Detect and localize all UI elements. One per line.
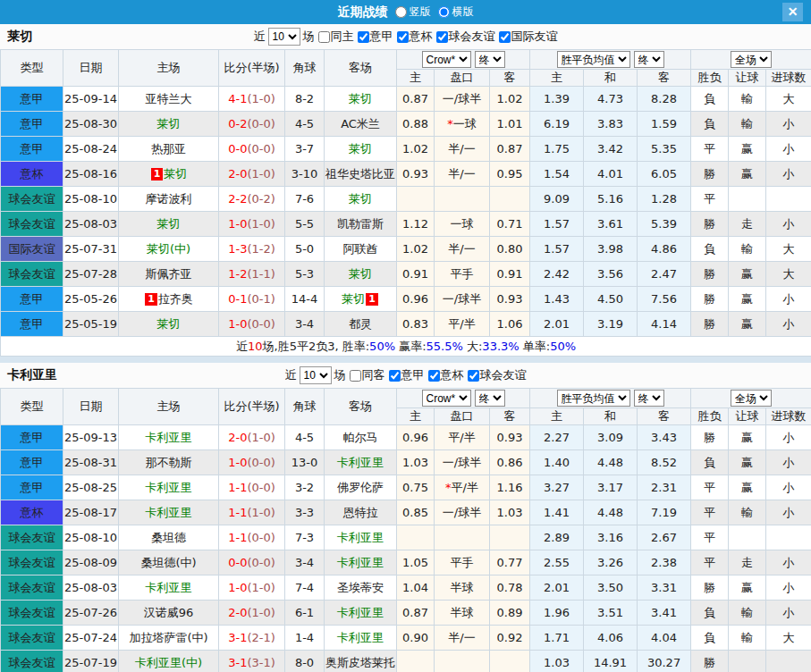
handicap-cell: 平/半 xyxy=(435,312,490,337)
handicap-result-cell: 輸 xyxy=(729,626,766,651)
wl-result-cell: 負 xyxy=(691,112,729,137)
corner-cell: 5-3 xyxy=(285,262,325,287)
scope-select[interactable]: 全场 xyxy=(731,390,772,407)
odds-time-select[interactable]: 终 xyxy=(475,51,505,68)
avg-draw-cell: 3.17 xyxy=(584,475,638,500)
sub-column-header: 胜负 xyxy=(691,408,729,425)
league-filter-checkbox[interactable] xyxy=(428,370,440,382)
vertical-layout-radio[interactable] xyxy=(395,6,407,18)
league-filter[interactable]: 球会友谊 xyxy=(436,29,495,45)
match-type-cell: 意甲 xyxy=(1,450,63,475)
date-cell: 25-07-31 xyxy=(63,237,119,262)
layout-option-vertical[interactable]: 竖版 xyxy=(395,4,431,20)
wl-result-cell: 負 xyxy=(691,87,729,112)
wl-result-cell: 勝 xyxy=(691,212,729,237)
avg-home-cell: 1.71 xyxy=(530,626,584,651)
corner-cell: 4-5 xyxy=(285,425,325,450)
avg-home-cell: 1.75 xyxy=(530,137,584,162)
sub-column-header: 客 xyxy=(638,70,691,87)
handicap-result-cell: 赢 xyxy=(729,312,766,337)
league-filter-label: 球会友谊 xyxy=(449,29,495,45)
handicap-cell xyxy=(435,525,490,550)
league-filter-checkbox[interactable] xyxy=(468,370,479,382)
horizontal-layout-radio[interactable] xyxy=(438,6,450,18)
odds-away-cell xyxy=(490,525,530,550)
league-filter[interactable]: 球会友谊 xyxy=(468,367,527,383)
away-team: 卡利亚里 xyxy=(337,631,384,644)
home-team: 热那亚 xyxy=(151,142,186,155)
same-venue-filter-checkbox[interactable] xyxy=(318,31,330,43)
away-team: 奥斯皮塔莱托 xyxy=(325,656,395,669)
wl-result-cell: 勝 xyxy=(691,287,729,312)
corner-cell: 3-2 xyxy=(285,475,325,500)
handicap-result-cell: 輸 xyxy=(729,237,766,262)
handicap-cell: 平手 xyxy=(435,550,490,575)
layout-option-horizontal[interactable]: 横版 xyxy=(438,4,474,20)
avg-draw-cell: 3.42 xyxy=(584,137,638,162)
handicap-cell: 半/一 xyxy=(435,137,490,162)
league-filter-label: 球会友谊 xyxy=(480,367,527,383)
league-filter-checkbox[interactable] xyxy=(389,370,401,382)
league-filter[interactable]: 意甲 xyxy=(358,29,393,45)
odds-time-select[interactable]: 终 xyxy=(475,390,505,407)
odds-away-cell: 0.77 xyxy=(490,550,530,575)
away-team: 卡利亚里 xyxy=(337,556,384,569)
score-cell: 2-0(1-0) xyxy=(219,162,285,187)
away-team: 卡利亚里 xyxy=(337,606,384,619)
home-team-cell: 桑坦德 xyxy=(119,525,219,550)
match-type-cell: 意甲 xyxy=(1,312,63,337)
score-cell: 1-0(1-0) xyxy=(219,212,285,237)
summary-row: 近10场,胜5平2负3, 胜率:50% 赢率:55.5% 大:33.3% 单率:… xyxy=(1,337,811,357)
league-filter-checkbox[interactable] xyxy=(358,31,369,43)
away-team: 莱切 xyxy=(349,142,372,155)
league-filter[interactable]: 意杯 xyxy=(397,29,433,45)
avg-header-group: 胜平负均值终 xyxy=(530,389,691,408)
avg-time-select[interactable]: 终 xyxy=(634,51,664,68)
avg-away-cell: 2.31 xyxy=(638,475,691,500)
date-cell: 25-08-03 xyxy=(63,212,119,237)
avg-type-select[interactable]: 胜平负均值 xyxy=(557,390,630,407)
score-cell: 1-0(1-0) xyxy=(219,575,285,601)
away-team-cell: 都灵 xyxy=(325,312,397,337)
sub-column-header: 客 xyxy=(490,70,530,87)
avg-type-select[interactable]: 胜平负均值 xyxy=(557,51,630,68)
odds-away-cell: 0.86 xyxy=(490,450,530,475)
column-header: 类型 xyxy=(1,50,63,87)
wl-result-cell: 負 xyxy=(691,626,729,651)
match-count-select[interactable]: 10 xyxy=(268,28,300,46)
avg-time-select[interactable]: 终 xyxy=(634,390,664,407)
corner-cell: 4-5 xyxy=(285,112,325,137)
close-icon[interactable]: ✕ xyxy=(782,3,803,21)
away-team-cell: 祖华史塔比亚 xyxy=(325,162,397,187)
sub-column-header: 主 xyxy=(397,70,435,87)
league-filter-label: 意甲 xyxy=(370,29,393,45)
league-filter-checkbox[interactable] xyxy=(499,31,511,43)
away-team: 阿联酋 xyxy=(343,242,378,256)
goals-result-cell xyxy=(766,187,811,212)
avg-away-cell: 6.05 xyxy=(638,162,691,187)
avg-away-cell: 5.39 xyxy=(638,212,691,237)
odds-company-select[interactable]: Crow* xyxy=(422,390,471,407)
league-filter[interactable]: 意杯 xyxy=(428,367,464,383)
same-venue-filter[interactable]: 同客 xyxy=(350,367,385,383)
score-cell: 1-1(1-0) xyxy=(219,500,285,525)
handicap-cell: 一/球半 xyxy=(435,287,490,312)
same-venue-filter-checkbox[interactable] xyxy=(350,370,361,382)
scope-select[interactable]: 全场 xyxy=(731,51,772,68)
near-label: 近 xyxy=(254,29,266,45)
league-filter-checkbox[interactable] xyxy=(436,31,448,43)
sub-column-header: 主 xyxy=(530,408,584,425)
league-filter[interactable]: 国际友谊 xyxy=(499,29,558,45)
home-team: 1莱切 xyxy=(150,167,188,181)
home-team-cell: 卡利亚里(中) xyxy=(119,651,219,672)
same-venue-filter[interactable]: 同主 xyxy=(318,29,354,45)
league-filter-checkbox[interactable] xyxy=(397,31,409,43)
odds-company-select[interactable]: Crow* xyxy=(422,51,471,68)
away-team: 卡利亚里 xyxy=(337,456,384,469)
league-filter[interactable]: 意甲 xyxy=(389,367,425,383)
page-title: 近期战绩 xyxy=(338,4,388,21)
match-row: 球会友谊25-07-28斯佩齐亚1-2(1-1)5-3莱切0.91平手0.912… xyxy=(1,262,811,287)
match-type-cell: 球会友谊 xyxy=(1,550,63,575)
sub-column-header: 和 xyxy=(584,70,638,87)
match-count-select[interactable]: 10 xyxy=(300,366,332,384)
